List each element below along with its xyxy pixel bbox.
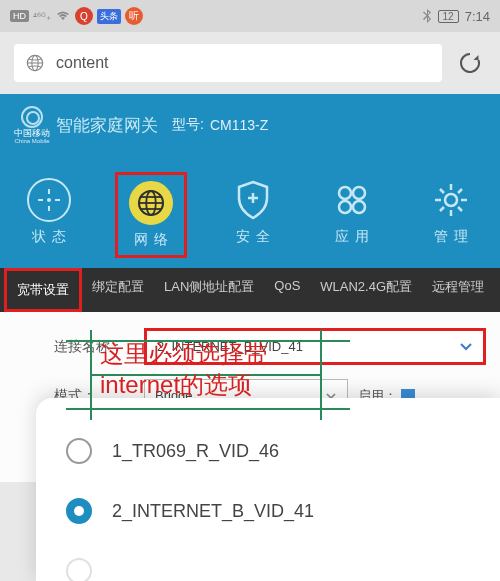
nav-status[interactable]: 状态 [16, 172, 82, 258]
router-header: 中国移动 China Mobile 智能家庭网关 型号: CM113-Z [0, 94, 500, 156]
refresh-button[interactable] [454, 47, 486, 79]
conn-name-value: 2_INTERNET_B_VID_41 [157, 339, 303, 354]
app-icon-2: 头条 [97, 9, 121, 24]
sub-tabs: 宽带设置 绑定配置 LAN侧地址配置 QoS WLAN2.4G配置 远程管理 [0, 268, 500, 312]
url-text: content [56, 54, 108, 72]
svg-line-27 [440, 207, 444, 211]
nav-security[interactable]: 安全 [220, 172, 286, 258]
nav-label: 网络 [128, 231, 174, 249]
radio-icon [66, 438, 92, 464]
tab-remote[interactable]: 远程管理 [422, 268, 494, 312]
app-icon-1: Q [75, 7, 93, 25]
gear-icon [429, 178, 473, 222]
radio-icon [66, 498, 92, 524]
cell-signal-icon: ⁴⁶ᴳ₊ [33, 11, 51, 22]
radio-label: 1_TR069_R_VID_46 [112, 441, 279, 462]
status-left: HD ⁴⁶ᴳ₊ Q 头条 听 [10, 7, 143, 25]
conn-name-select[interactable]: 2_INTERNET_B_VID_41 [144, 328, 486, 365]
svg-line-26 [458, 189, 462, 193]
svg-point-3 [47, 198, 51, 202]
radio-option-1[interactable]: 1_TR069_R_VID_46 [66, 438, 470, 464]
svg-point-17 [339, 201, 351, 213]
china-mobile-logo: 中国移动 China Mobile [14, 106, 50, 144]
radio-label: 2_INTERNET_B_VID_41 [112, 501, 314, 522]
target-icon [27, 178, 71, 222]
nav-label: 应用 [329, 228, 375, 246]
svg-line-25 [458, 207, 462, 211]
radio-option-3[interactable] [66, 558, 470, 581]
svg-point-18 [353, 201, 365, 213]
svg-line-24 [440, 189, 444, 193]
tab-broadband[interactable]: 宽带设置 [4, 268, 82, 312]
tab-wlan[interactable]: WLAN2.4G配置 [310, 268, 422, 312]
radio-option-2[interactable]: 2_INTERNET_B_VID_41 [66, 498, 470, 524]
wifi-icon [55, 10, 71, 22]
shield-icon [231, 178, 275, 222]
selection-popup: 1_TR069_R_VID_46 2_INTERNET_B_VID_41 [36, 398, 500, 581]
svg-point-15 [339, 187, 351, 199]
hd-icon: HD [10, 10, 29, 22]
url-input[interactable]: content [14, 44, 442, 82]
browser-url-bar: content [0, 32, 500, 94]
battery-icon: 12 [438, 10, 459, 23]
nav-label: 安全 [230, 228, 276, 246]
router-model-label: 型号: [172, 116, 204, 134]
globe-icon [26, 54, 44, 72]
main-nav: 状态 网络 安全 应用 管理 [0, 156, 500, 268]
chevron-down-icon [459, 342, 473, 352]
globe-icon [129, 181, 173, 225]
tab-lan[interactable]: LAN侧地址配置 [154, 268, 264, 312]
phone-status-bar: HD ⁴⁶ᴳ₊ Q 头条 听 12 7:14 [0, 0, 500, 32]
svg-point-16 [353, 187, 365, 199]
nav-label: 管理 [428, 228, 474, 246]
bluetooth-icon [423, 9, 432, 23]
clock: 7:14 [465, 9, 490, 24]
nav-manage[interactable]: 管理 [418, 172, 484, 258]
router-title: 智能家庭网关 [56, 114, 158, 137]
radio-icon [66, 558, 92, 581]
tab-qos[interactable]: QoS [264, 268, 310, 312]
svg-point-19 [445, 194, 457, 206]
apps-icon [330, 178, 374, 222]
router-model: CM113-Z [210, 117, 268, 133]
tab-binding[interactable]: 绑定配置 [82, 268, 154, 312]
conn-name-label: 连接名称： [14, 338, 144, 356]
app-icon-3: 听 [125, 7, 143, 25]
nav-label: 状态 [26, 228, 72, 246]
status-right: 12 7:14 [423, 9, 490, 24]
nav-network[interactable]: 网络 [115, 172, 187, 258]
nav-apps[interactable]: 应用 [319, 172, 385, 258]
